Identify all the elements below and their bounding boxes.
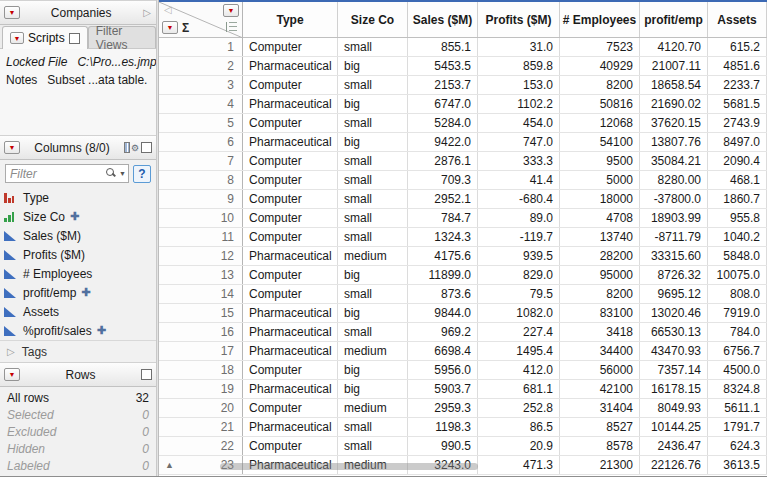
row-stat[interactable]: Selected 0 [4, 406, 152, 423]
row-number-cell[interactable]: 15 [159, 304, 243, 322]
cell-size-co[interactable]: big [338, 361, 408, 379]
cell-sales[interactable]: 2876.1 [408, 152, 478, 170]
col-header-profit-emp[interactable]: profit/emp [640, 2, 708, 37]
cell-employees[interactable]: 21300 [560, 456, 640, 474]
tags-disclosure-icon[interactable]: ▷ [6, 346, 16, 357]
table-row[interactable]: 17 Pharmaceutical medium 6698.4 1495.4 3… [159, 342, 767, 361]
column-item[interactable]: Sales ($M) [4, 226, 152, 245]
cell-profit-emp[interactable]: 13020.46 [640, 304, 708, 322]
table-row[interactable]: 5 Computer small 5284.0 454.0 12068 3762… [159, 114, 767, 133]
cell-type[interactable]: Pharmaceutical [243, 133, 338, 151]
cell-profits[interactable]: 681.1 [478, 380, 560, 398]
cell-profit-emp[interactable]: 8049.93 [640, 399, 708, 417]
cell-employees[interactable]: 8200 [560, 285, 640, 303]
tags-section[interactable]: ▷ Tags [0, 340, 156, 362]
cell-size-co[interactable]: small [338, 437, 408, 455]
scroll-up-indicator[interactable]: ▲ [165, 461, 174, 470]
table-row[interactable]: 6 Pharmaceutical big 9422.0 747.0 54100 … [159, 133, 767, 152]
cell-assets[interactable]: 4500.0 [708, 361, 767, 379]
table-row[interactable]: 20 Computer medium 2959.3 252.8 31404 80… [159, 399, 767, 418]
cell-employees[interactable]: 5000 [560, 171, 640, 189]
cell-profits[interactable]: 153.0 [478, 76, 560, 94]
cell-profits[interactable]: 79.5 [478, 285, 560, 303]
col-header-employees[interactable]: # Employees [560, 2, 640, 37]
cell-type[interactable]: Computer [243, 266, 338, 284]
table-row[interactable]: 10 Computer small 784.7 89.0 4708 18903.… [159, 209, 767, 228]
cell-type[interactable]: Computer [243, 361, 338, 379]
cell-sales[interactable]: 1198.3 [408, 418, 478, 436]
cell-size-co[interactable]: small [338, 171, 408, 189]
cell-profit-emp[interactable]: 33315.60 [640, 247, 708, 265]
cell-type[interactable]: Pharmaceutical [243, 418, 338, 436]
cell-sales[interactable]: 5453.5 [408, 57, 478, 75]
tab-filter-views[interactable]: Filter Views [88, 26, 156, 48]
cell-employees[interactable]: 18000 [560, 190, 640, 208]
cell-type[interactable]: Computer [243, 38, 338, 56]
cell-sales[interactable]: 11899.0 [408, 266, 478, 284]
cell-profits[interactable]: 1102.2 [478, 95, 560, 113]
cell-employees[interactable]: 42100 [560, 380, 640, 398]
cell-profits[interactable]: 859.8 [478, 57, 560, 75]
cell-type[interactable]: Computer [243, 171, 338, 189]
cell-profit-emp[interactable]: 8280.00 [640, 171, 708, 189]
cell-assets[interactable]: 615.2 [708, 38, 767, 56]
cell-sales[interactable]: 9422.0 [408, 133, 478, 151]
cell-sales[interactable]: 6698.4 [408, 342, 478, 360]
col-header-assets[interactable]: Assets [708, 2, 767, 37]
cell-profits[interactable]: 1495.4 [478, 342, 560, 360]
cell-sales[interactable]: 969.2 [408, 323, 478, 341]
columns-menu-red-triangle[interactable]: ▼ [223, 4, 239, 17]
row-number-cell[interactable]: 12 [159, 247, 243, 265]
cell-profit-emp[interactable]: 21690.02 [640, 95, 708, 113]
row-number-cell[interactable]: 17 [159, 342, 243, 360]
cell-assets[interactable]: 2233.7 [708, 76, 767, 94]
cell-sales[interactable]: 5956.0 [408, 361, 478, 379]
column-item[interactable]: Type [4, 188, 152, 207]
cell-size-co[interactable]: big [338, 133, 408, 151]
cell-assets[interactable]: 3613.5 [708, 456, 767, 474]
cell-sales[interactable]: 784.7 [408, 209, 478, 227]
cell-sales[interactable]: 4175.6 [408, 247, 478, 265]
cell-type[interactable]: Pharmaceutical [243, 247, 338, 265]
cell-sales[interactable]: 5903.7 [408, 380, 478, 398]
cell-employees[interactable]: 7523 [560, 38, 640, 56]
scripts-red-triangle-menu[interactable]: ▼ [10, 32, 24, 44]
cell-employees[interactable]: 54100 [560, 133, 640, 151]
cell-type[interactable]: Computer [243, 285, 338, 303]
cell-employees[interactable]: 8527 [560, 418, 640, 436]
table-row[interactable]: 14 Computer small 873.6 79.5 8200 9695.1… [159, 285, 767, 304]
cell-size-co[interactable]: small [338, 418, 408, 436]
table-row[interactable]: 2 Pharmaceutical big 5453.5 859.8 40929 … [159, 57, 767, 76]
row-number-cell[interactable]: 6 [159, 133, 243, 151]
cell-size-co[interactable]: small [338, 114, 408, 132]
cell-profits[interactable]: 227.4 [478, 323, 560, 341]
cell-type[interactable]: Computer [243, 114, 338, 132]
cell-employees[interactable]: 12068 [560, 114, 640, 132]
table-row[interactable]: 15 Pharmaceutical big 9844.0 1082.0 8310… [159, 304, 767, 323]
cell-profits[interactable]: 829.0 [478, 266, 560, 284]
columns-red-triangle-menu[interactable]: ▼ [4, 141, 20, 154]
row-number-cell[interactable]: 10 [159, 209, 243, 227]
cell-size-co[interactable]: small [338, 76, 408, 94]
cell-assets[interactable]: 1860.7 [708, 190, 767, 208]
cell-profits[interactable]: 86.5 [478, 418, 560, 436]
cell-employees[interactable]: 9500 [560, 152, 640, 170]
cell-sales[interactable]: 990.5 [408, 437, 478, 455]
cell-type[interactable]: Pharmaceutical [243, 95, 338, 113]
cell-profits[interactable]: -119.7 [478, 228, 560, 246]
cell-employees[interactable]: 4708 [560, 209, 640, 227]
cell-size-co[interactable]: big [338, 380, 408, 398]
table-row[interactable]: 18 Computer big 5956.0 412.0 56000 7357.… [159, 361, 767, 380]
table-row[interactable]: 19 Pharmaceutical big 5903.7 681.1 42100… [159, 380, 767, 399]
cell-profit-emp[interactable]: 9695.12 [640, 285, 708, 303]
cell-assets[interactable]: 784.0 [708, 323, 767, 341]
cell-employees[interactable]: 95000 [560, 266, 640, 284]
cell-type[interactable]: Computer [243, 437, 338, 455]
row-number-cell[interactable]: 3 [159, 76, 243, 94]
cell-profit-emp[interactable]: 35084.21 [640, 152, 708, 170]
cell-type[interactable]: Pharmaceutical [243, 323, 338, 341]
cell-employees[interactable]: 13740 [560, 228, 640, 246]
cell-size-co[interactable]: small [338, 209, 408, 227]
panel-expand-icon[interactable]: ▷ [142, 7, 152, 18]
cell-size-co[interactable]: medium [338, 342, 408, 360]
